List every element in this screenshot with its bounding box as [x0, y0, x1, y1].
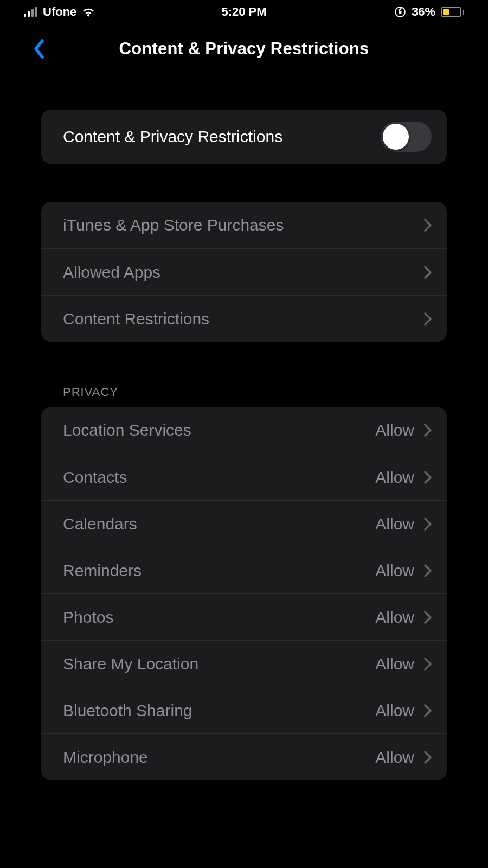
carrier-label: Ufone [43, 5, 76, 19]
row-content-privacy-toggle[interactable]: Content & Privacy Restrictions [41, 110, 447, 164]
row-contacts[interactable]: Contacts Allow [41, 454, 447, 500]
svg-rect-1 [399, 11, 401, 14]
chevron-right-icon [424, 751, 432, 764]
row-bluetooth-sharing[interactable]: Bluetooth Sharing Allow [41, 687, 447, 733]
chevron-right-icon [424, 471, 432, 484]
chevron-right-icon [424, 219, 432, 232]
row-microphone[interactable]: Microphone Allow [41, 733, 447, 780]
row-label: Allowed Apps [63, 263, 160, 282]
chevron-right-icon [424, 518, 432, 531]
row-value: Allow [375, 561, 414, 580]
chevron-right-icon [424, 704, 432, 717]
orientation-lock-icon [394, 6, 406, 18]
row-value: Allow [375, 515, 414, 533]
row-label: Location Services [63, 421, 191, 439]
group-privacy: Location Services Allow Contacts Allow C… [41, 407, 447, 780]
row-value: Allow [375, 701, 414, 720]
group-content-settings: iTunes & App Store Purchases Allowed App… [41, 202, 447, 342]
content-privacy-switch[interactable] [381, 122, 432, 152]
chevron-right-icon [424, 564, 432, 577]
status-right: 36% [394, 5, 464, 19]
row-share-my-location[interactable]: Share My Location Allow [41, 640, 447, 687]
back-button[interactable] [29, 37, 48, 61]
section-header-privacy: PRIVACY [41, 385, 447, 407]
chevron-right-icon [424, 658, 432, 671]
row-location-services[interactable]: Location Services Allow [41, 407, 447, 454]
group-main-toggle: Content & Privacy Restrictions [41, 110, 447, 164]
chevron-right-icon [424, 312, 432, 326]
row-label: Content Restrictions [63, 310, 209, 328]
toggle-label: Content & Privacy Restrictions [63, 127, 282, 146]
row-label: iTunes & App Store Purchases [63, 216, 284, 234]
row-allowed-apps[interactable]: Allowed Apps [41, 248, 447, 295]
wifi-icon [82, 7, 95, 17]
row-value: Allow [375, 748, 414, 767]
row-content-restrictions[interactable]: Content Restrictions [41, 295, 447, 342]
chevron-right-icon [424, 611, 432, 624]
battery-icon [441, 7, 464, 17]
battery-percent: 36% [412, 5, 435, 19]
row-label: Contacts [63, 468, 127, 487]
row-reminders[interactable]: Reminders Allow [41, 547, 447, 593]
row-label: Reminders [63, 561, 142, 580]
row-label: Share My Location [63, 655, 198, 673]
status-left: Ufone [24, 5, 95, 19]
row-value: Allow [375, 608, 414, 627]
row-label: Bluetooth Sharing [63, 701, 192, 720]
status-bar: Ufone 5:20 PM 36% [20, 0, 468, 24]
status-time: 5:20 PM [221, 5, 266, 19]
chevron-right-icon [424, 266, 432, 279]
row-photos[interactable]: Photos Allow [41, 593, 447, 640]
row-itunes-appstore[interactable]: iTunes & App Store Purchases [41, 202, 447, 248]
toggle-knob [383, 124, 409, 150]
row-value: Allow [375, 421, 414, 439]
page-title: Content & Privacy Restrictions [119, 39, 369, 59]
row-label: Photos [63, 608, 113, 627]
row-value: Allow [375, 655, 414, 673]
nav-header: Content & Privacy Restrictions [20, 31, 468, 66]
row-label: Calendars [63, 515, 137, 533]
cellular-signal-icon [24, 7, 37, 17]
row-label: Microphone [63, 748, 148, 767]
row-value: Allow [375, 468, 414, 487]
row-calendars[interactable]: Calendars Allow [41, 500, 447, 547]
chevron-right-icon [424, 424, 432, 437]
